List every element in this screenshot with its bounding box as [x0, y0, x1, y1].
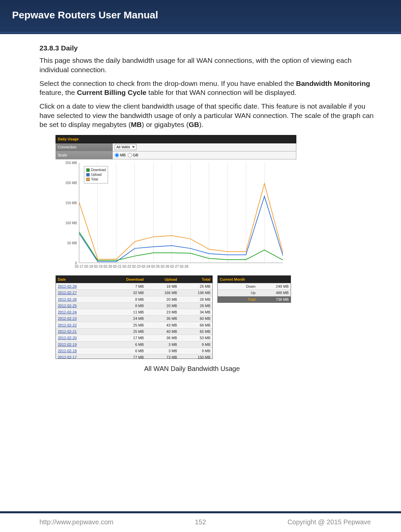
- cell: 23 MB: [146, 309, 179, 315]
- scale-mb-radio[interactable]: MB: [115, 153, 126, 157]
- table-row: 2012-02-2017 MB36 MB53 MB: [56, 335, 212, 341]
- date-link[interactable]: 2012-02-22: [58, 323, 77, 327]
- legend-swatch-total: [86, 178, 90, 181]
- date-link[interactable]: 2012-02-21: [58, 329, 77, 334]
- cell: 489 MB: [258, 290, 291, 296]
- chevron-down-icon: [132, 146, 135, 148]
- table-row: Total 738 MB: [218, 296, 291, 302]
- chart: 250 MB 200 MB 150 MB 100 MB 50 MB 0 Down…: [56, 163, 296, 263]
- cell: 198 MB: [179, 290, 212, 296]
- cell: 6 MB: [109, 342, 146, 348]
- date-link[interactable]: 2012-02-25: [58, 304, 77, 308]
- table-header: Date Download Upload Total: [56, 276, 212, 283]
- table-row: 2012-02-2125 MB40 MB65 MB: [56, 328, 212, 335]
- date-link[interactable]: 2012-02-28: [58, 284, 77, 288]
- y-tick: 0: [75, 261, 77, 265]
- radio-input[interactable]: [128, 153, 132, 157]
- col-upload: Upload: [146, 276, 179, 283]
- date-link[interactable]: 2012-02-18: [58, 349, 77, 353]
- text-bold: GB: [189, 121, 199, 128]
- cell: 77 MB: [109, 354, 146, 359]
- cell: 3 MB: [146, 342, 179, 348]
- x-tick: 02-28: [175, 264, 194, 269]
- cell: 25 MB: [179, 283, 212, 289]
- date-link[interactable]: 2012-02-20: [58, 336, 77, 340]
- page-number: 152: [195, 518, 206, 526]
- y-tick: 100 MB: [66, 221, 77, 225]
- cell: 249 MB: [258, 283, 291, 289]
- chart-y-axis: 250 MB 200 MB 150 MB 100 MB 50 MB 0: [56, 163, 79, 263]
- cell: 18 MB: [146, 283, 179, 289]
- connection-row: Connection All WAN: [56, 143, 296, 151]
- scale-gb-radio[interactable]: GB: [128, 153, 138, 157]
- embedded-screenshot: Daily Usage Connection All WAN Scale MB …: [56, 135, 296, 373]
- daily-table: Date Download Upload Total 2012-02-287 M…: [56, 275, 213, 359]
- cell: 8 MB: [109, 303, 146, 309]
- cell: 53 MB: [179, 335, 212, 341]
- cell: 65 MB: [179, 328, 212, 335]
- chart-legend: Download Upload Total: [84, 166, 108, 183]
- col-download: Download: [109, 276, 146, 283]
- connection-select[interactable]: All WAN: [115, 144, 136, 150]
- series-total: [79, 183, 283, 259]
- cell: 68 MB: [179, 322, 212, 328]
- cell: 20 MB: [146, 303, 179, 309]
- col-date: Date: [56, 276, 109, 283]
- cell: 28 MB: [179, 296, 212, 302]
- cell: Up: [218, 290, 258, 296]
- text: table for that WAN connection will be di…: [146, 89, 297, 96]
- legend-swatch-download: [86, 168, 90, 172]
- radio-label: MB: [120, 153, 126, 157]
- date-link[interactable]: 2012-02-27: [58, 291, 77, 295]
- cell: 43 MB: [146, 322, 179, 328]
- scale-row: Scale MB GB: [56, 151, 296, 159]
- table-row: 2012-02-196 MB3 MB9 MB: [56, 341, 212, 348]
- panel-header: Daily Usage: [56, 135, 296, 143]
- y-tick: 150 MB: [66, 201, 77, 205]
- cell: 11 MB: [109, 309, 146, 315]
- figure-caption: All WAN Daily Bandwidth Usage: [72, 364, 312, 373]
- cell: 25 MB: [109, 322, 146, 328]
- text-bold: MB: [131, 121, 142, 128]
- date-link[interactable]: 2012-02-26: [58, 297, 77, 301]
- chart-plot: Download Upload Total: [79, 163, 283, 263]
- section-title: 23.8.3 Daily: [39, 43, 379, 52]
- table-row: Up 489 MB: [218, 289, 291, 296]
- table-row: 2012-02-2324 MB36 MB60 MB: [56, 315, 212, 321]
- legend-label: Upload: [91, 172, 102, 177]
- cell: 34 MB: [179, 309, 212, 315]
- table-body: 2012-02-287 MB18 MB25 MB2012-02-2732 MB1…: [56, 283, 212, 359]
- chart-svg: [79, 163, 283, 263]
- date-link[interactable]: 2012-02-19: [58, 343, 77, 347]
- text: ) or gigabytes (: [142, 121, 189, 128]
- cell: 36 MB: [146, 335, 179, 341]
- table-row: 2012-02-268 MB20 MB28 MB: [56, 296, 212, 302]
- select-value: All WAN: [116, 145, 130, 149]
- cell: 60 MB: [179, 315, 212, 321]
- series-download: [79, 232, 283, 260]
- table-row: 2012-02-287 MB18 MB25 MB: [56, 283, 212, 289]
- cell: 150 MB: [179, 354, 212, 359]
- cell: 9 MB: [179, 348, 212, 354]
- table-row: 2012-02-1777 MB73 MB150 MB: [56, 354, 212, 359]
- cell: 3 MB: [146, 348, 179, 354]
- legend-label: Download: [91, 168, 106, 172]
- cell: Total: [218, 296, 258, 302]
- date-link[interactable]: 2012-02-23: [58, 316, 77, 320]
- date-link[interactable]: 2012-02-24: [58, 310, 77, 314]
- cell: 8 MB: [109, 296, 146, 302]
- text: ).: [199, 121, 203, 128]
- cell: 20 MB: [146, 296, 179, 302]
- cell: 9 MB: [179, 342, 212, 348]
- table-row: 2012-02-186 MB3 MB9 MB: [56, 348, 212, 354]
- cell: 40 MB: [146, 328, 179, 335]
- paragraph: Click on a date to view the client bandw…: [39, 102, 379, 129]
- text: feature, the: [39, 89, 77, 96]
- legend-swatch-upload: [86, 173, 90, 176]
- scale-label: Scale: [56, 151, 113, 159]
- radio-input[interactable]: [115, 153, 119, 157]
- date-link[interactable]: 2012-02-17: [58, 355, 77, 359]
- table-row: Down 249 MB: [218, 283, 291, 289]
- cell: 166 MB: [146, 290, 179, 296]
- col-total: Total: [179, 276, 212, 283]
